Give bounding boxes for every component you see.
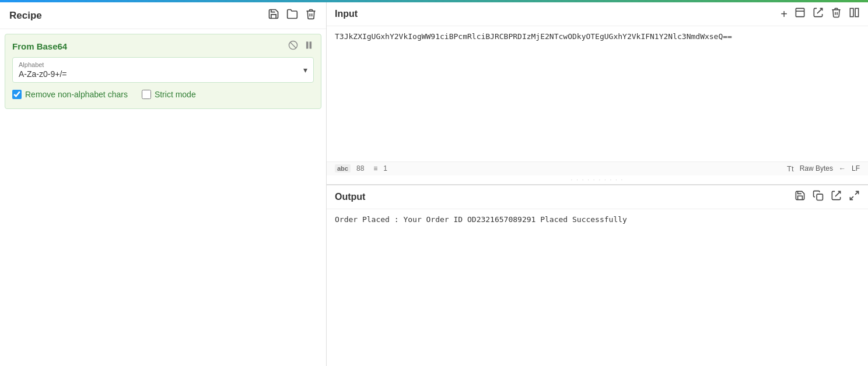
svg-line-5 — [817, 8, 822, 13]
input-add-icon[interactable]: + — [780, 8, 788, 21]
input-delete-icon[interactable] — [831, 7, 842, 21]
recipe-delete-icon[interactable] — [305, 8, 317, 23]
input-area: Input + — [327, 2, 868, 185]
remove-nonalpha-label[interactable]: Remove non-alphabet chars — [25, 90, 128, 99]
recipe-folder-icon[interactable] — [286, 8, 298, 23]
recipe-header-icons — [268, 8, 317, 23]
line-count-icon: ≡ — [373, 164, 377, 173]
operation-header-icons — [288, 40, 314, 52]
input-statusbar: abc 88 ≡ 1 Tt Raw Bytes ← LF — [327, 161, 868, 175]
svg-rect-8 — [817, 194, 822, 200]
recipe-title: Recipe — [9, 10, 42, 22]
svg-rect-7 — [855, 8, 859, 16]
output-area: Output — [327, 185, 868, 367]
operation-card-header: From Base64 — [12, 40, 314, 52]
svg-line-10 — [855, 191, 859, 195]
left-panel: Recipe — [0, 2, 327, 366]
alphabet-value: A-Za-z0-9+/= — [19, 69, 307, 79]
input-import-icon[interactable] — [813, 7, 824, 21]
alphabet-label: Alphabet — [19, 61, 307, 68]
strict-mode-label[interactable]: Strict mode — [155, 90, 196, 99]
input-header-icons: + — [780, 7, 860, 21]
raw-bytes-label[interactable]: Raw Bytes — [800, 164, 833, 173]
svg-rect-6 — [850, 8, 853, 16]
alphabet-dropdown-arrow[interactable]: ▾ — [303, 65, 307, 75]
right-panel: Input + — [327, 2, 868, 366]
input-content[interactable]: T3JkZXIgUGxhY2VkIogWW91ciBPcmRlciBJRCBPR… — [327, 26, 868, 161]
output-title: Output — [335, 192, 365, 202]
lf-arrow-icon: ← — [839, 164, 846, 173]
input-layout-icon[interactable] — [849, 7, 860, 21]
svg-line-9 — [835, 191, 841, 196]
input-title: Input — [335, 9, 358, 19]
divider-dots: · · · · · · · · · · — [327, 175, 868, 184]
input-folder-icon[interactable] — [794, 7, 806, 21]
input-header: Input + — [327, 2, 868, 26]
strict-mode-checkbox[interactable] — [142, 90, 151, 99]
svg-rect-3 — [310, 42, 312, 48]
abc-badge: abc — [335, 164, 351, 173]
output-export-icon[interactable] — [831, 190, 842, 204]
recipe-save-icon[interactable] — [268, 8, 279, 23]
strict-mode-item: Strict mode — [142, 90, 196, 99]
operation-title: From Base64 — [12, 41, 67, 51]
remove-nonalpha-item: Remove non-alphabet chars — [12, 90, 128, 99]
main-layout: Recipe — [0, 2, 868, 366]
statusbar-right: Tt Raw Bytes ← LF — [787, 164, 860, 173]
output-header-icons — [794, 190, 860, 204]
alphabet-section[interactable]: Alphabet A-Za-z0-9+/= ▾ — [12, 57, 314, 83]
operation-card: From Base64 — [5, 34, 321, 109]
remove-nonalpha-checkbox[interactable] — [12, 90, 22, 99]
line-count: 1 — [383, 164, 387, 173]
recipe-header: Recipe — [0, 2, 326, 29]
svg-rect-4 — [796, 8, 804, 16]
output-save-icon[interactable] — [794, 190, 806, 204]
lf-label[interactable]: LF — [852, 164, 860, 173]
svg-rect-2 — [306, 42, 308, 48]
output-content: Order Placed : Your Order ID OD232165708… — [327, 209, 868, 367]
svg-line-11 — [850, 196, 853, 200]
char-count: 88 — [356, 164, 364, 173]
output-copy-icon[interactable] — [813, 190, 824, 204]
svg-line-1 — [290, 42, 296, 48]
disable-icon[interactable] — [288, 40, 298, 52]
output-header: Output — [327, 185, 868, 209]
output-fullscreen-icon[interactable] — [849, 190, 860, 204]
pause-icon[interactable] — [304, 40, 314, 52]
checkbox-row: Remove non-alphabet chars Strict mode — [12, 90, 314, 99]
font-icon[interactable]: Tt — [787, 164, 794, 173]
